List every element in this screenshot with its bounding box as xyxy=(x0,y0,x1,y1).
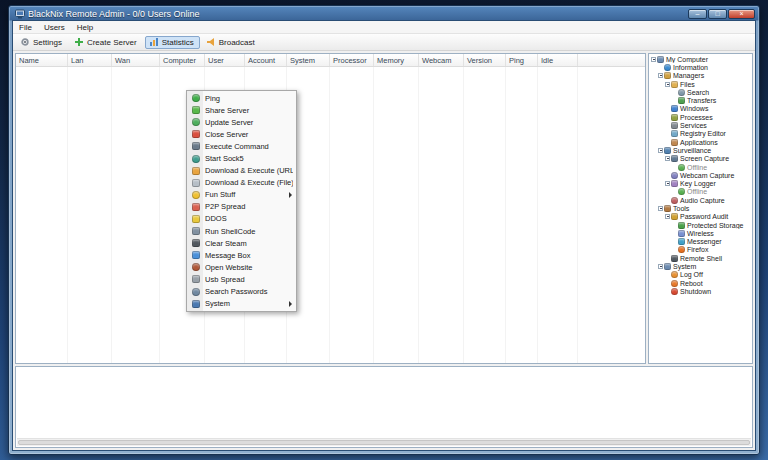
collapse-expander-icon[interactable] xyxy=(665,156,670,161)
tree-item-offline[interactable]: Offline xyxy=(649,163,752,171)
tree-item-reboot[interactable]: Reboot xyxy=(649,279,752,287)
context-menu-item-ping[interactable]: Ping xyxy=(188,92,295,104)
tree-item-remote-shell[interactable]: Remote Shell xyxy=(649,254,752,262)
ddos-icon xyxy=(192,215,200,223)
tree-item-information[interactable]: Information xyxy=(649,63,752,71)
tree-item-search[interactable]: Search xyxy=(649,88,752,96)
menu-users[interactable]: Users xyxy=(38,21,71,33)
context-menu-item-search-passwords[interactable]: Search Passwords xyxy=(188,286,295,298)
tree-item-protected-storage[interactable]: Protected Storage xyxy=(649,221,752,229)
tree-item-webcam-capture[interactable]: Webcam Capture xyxy=(649,171,752,179)
tree-item-services[interactable]: Services xyxy=(649,121,752,129)
context-menu-item-clear-steam[interactable]: Clear Steam xyxy=(188,237,295,249)
tree-item-transfers[interactable]: Transfers xyxy=(649,96,752,104)
scrollbar-thumb[interactable] xyxy=(18,440,750,445)
context-menu-item-start-sock5[interactable]: Start Sock5 xyxy=(188,152,295,164)
column-header-user[interactable]: User xyxy=(205,54,245,66)
tree-item-registry-editor[interactable]: Registry Editor xyxy=(649,130,752,138)
context-menu-item-message-box[interactable]: Message Box xyxy=(188,249,295,261)
column-header-system[interactable]: System xyxy=(287,54,330,66)
toolbar-broadcast-button[interactable]: Broadcast xyxy=(202,36,261,49)
collapse-expander-icon[interactable] xyxy=(658,264,663,269)
toolbar-create-server-button[interactable]: Create Server xyxy=(70,36,143,49)
tree-item-messenger[interactable]: Messenger xyxy=(649,238,752,246)
column-header-wan[interactable]: Wan xyxy=(112,54,160,66)
menu-help[interactable]: Help xyxy=(71,21,99,33)
key-logger-icon xyxy=(671,180,678,187)
tree-item-wireless[interactable]: Wireless xyxy=(649,229,752,237)
collapse-expander-icon[interactable] xyxy=(658,73,663,78)
tree-item-audio-capture[interactable]: Audio Capture xyxy=(649,196,752,204)
titlebar[interactable]: BlackNix Remote Admin - 0/0 Users Online… xyxy=(12,6,756,20)
context-menu-item-label: Ping xyxy=(205,94,293,103)
context-menu-item-p2p-spread[interactable]: P2P Spread xyxy=(188,201,295,213)
applications-icon xyxy=(671,139,678,146)
submenu-arrow-icon xyxy=(289,301,292,307)
menu-file[interactable]: File xyxy=(13,21,38,33)
context-menu-item-download-execute-url[interactable]: Download & Execute (URL) xyxy=(188,165,295,177)
tree-item-applications[interactable]: Applications xyxy=(649,138,752,146)
tree-item-files[interactable]: Files xyxy=(649,80,752,88)
tree-item-offline[interactable]: Offline xyxy=(649,188,752,196)
tree-item-screen-capture[interactable]: Screen Capture xyxy=(649,155,752,163)
context-menu-item-update-server[interactable]: Update Server xyxy=(188,116,295,128)
column-header-webcam[interactable]: Webcam xyxy=(419,54,464,66)
list-gridline xyxy=(464,67,506,363)
tree-item-password-audit[interactable]: Password Audit xyxy=(649,213,752,221)
tree-item-system[interactable]: System xyxy=(649,262,752,270)
column-header-ping[interactable]: Ping xyxy=(506,54,538,66)
collapse-expander-icon[interactable] xyxy=(665,214,670,219)
tree-item-managers[interactable]: Managers xyxy=(649,72,752,80)
collapse-expander-icon[interactable] xyxy=(658,206,663,211)
toolbar-statistics-button[interactable]: Statistics xyxy=(145,36,200,49)
context-menu-item-run-shellcode[interactable]: Run ShellCode xyxy=(188,225,295,237)
column-header-idle[interactable]: Idle xyxy=(538,54,578,66)
tree-item-label: My Computer xyxy=(666,56,708,63)
column-header-name[interactable]: Name xyxy=(16,54,68,66)
list-gridline xyxy=(68,67,112,363)
minimize-button[interactable]: – xyxy=(688,9,707,19)
list-gridline xyxy=(419,67,464,363)
context-menu-item-execute-command[interactable]: Execute Command xyxy=(188,140,295,152)
context-menu-item-share-server[interactable]: Share Server xyxy=(188,104,295,116)
collapse-expander-icon[interactable] xyxy=(658,148,663,153)
maximize-button[interactable]: □ xyxy=(708,9,727,19)
app-window: BlackNix Remote Admin - 0/0 Users Online… xyxy=(8,5,760,455)
column-header-version[interactable]: Version xyxy=(464,54,506,66)
column-header-computer[interactable]: Computer xyxy=(160,54,205,66)
collapse-expander-icon[interactable] xyxy=(665,82,670,87)
tree-item-processes[interactable]: Processes xyxy=(649,113,752,121)
column-header-memory[interactable]: Memory xyxy=(374,54,419,66)
context-menu-item-ddos[interactable]: DDOS xyxy=(188,213,295,225)
tools-icon xyxy=(664,205,671,212)
horizontal-scrollbar[interactable] xyxy=(17,438,751,446)
context-menu-item-system[interactable]: System xyxy=(188,298,295,310)
protected-storage-icon xyxy=(678,222,685,229)
toolbar-settings-button[interactable]: Settings xyxy=(16,36,68,49)
tree-item-surveillance[interactable]: Surveillance xyxy=(649,146,752,154)
log-off-icon xyxy=(671,271,678,278)
tree-item-key-logger[interactable]: Key Logger xyxy=(649,179,752,187)
context-menu-item-close-server[interactable]: Close Server xyxy=(188,128,295,140)
column-header-processor[interactable]: Processor xyxy=(330,54,374,66)
context-menu-item-fun-stuff[interactable]: Fun Stuff xyxy=(188,189,295,201)
close-button[interactable]: × xyxy=(728,9,755,19)
tree-panel: My ComputerInformationManagersFilesSearc… xyxy=(648,53,753,364)
tree-item-tools[interactable]: Tools xyxy=(649,204,752,212)
context-menu-item-usb-spread[interactable]: Usb Spread xyxy=(188,273,295,285)
column-header-account[interactable]: Account xyxy=(245,54,287,66)
context-menu-item-download-execute-file[interactable]: Download & Execute (File) xyxy=(188,177,295,189)
tree-item-log-off[interactable]: Log Off xyxy=(649,271,752,279)
column-header-lan[interactable]: Lan xyxy=(68,54,112,66)
tree-item-label: Shutdown xyxy=(680,288,711,295)
tree-item-firefox[interactable]: Firefox xyxy=(649,246,752,254)
user-list[interactable]: NameLanWanComputerUserAccountSystemProce… xyxy=(15,53,646,364)
context-menu-item-open-website[interactable]: Open Website xyxy=(188,261,295,273)
tree-item-shutdown[interactable]: Shutdown xyxy=(649,287,752,295)
tree-item-windows[interactable]: Windows xyxy=(649,105,752,113)
tree-item-my-computer[interactable]: My Computer xyxy=(649,55,752,63)
menubar: FileUsersHelp xyxy=(13,21,755,34)
collapse-expander-icon[interactable] xyxy=(665,181,670,186)
collapse-expander-icon[interactable] xyxy=(651,57,656,62)
log-panel[interactable] xyxy=(15,366,753,448)
